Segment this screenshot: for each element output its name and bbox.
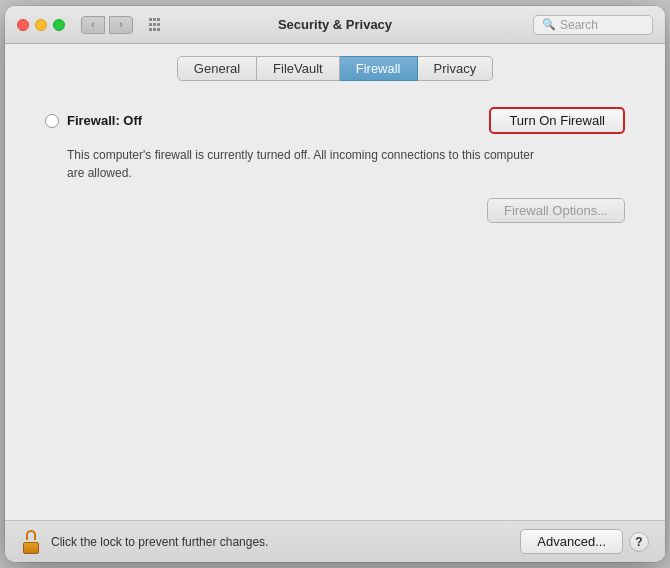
main-content: Firewall: Off Turn On Firewall This comp… (5, 91, 665, 520)
search-placeholder: Search (560, 18, 598, 32)
lock-icon[interactable] (21, 530, 41, 554)
search-icon: 🔍 (542, 18, 556, 31)
lock-text: Click the lock to prevent further change… (51, 535, 510, 549)
tab-filevault[interactable]: FileVault (257, 56, 340, 81)
bottom-right-actions: Advanced... ? (520, 529, 649, 554)
firewall-options-button[interactable]: Firewall Options... (487, 198, 625, 223)
grid-icon[interactable] (149, 18, 163, 32)
titlebar: ‹ › Security & Privacy 🔍 Search (5, 6, 665, 44)
minimize-button[interactable] (35, 19, 47, 31)
tab-general[interactable]: General (177, 56, 257, 81)
firewall-status-label: Firewall: Off (67, 113, 489, 128)
bottom-bar: Click the lock to prevent further change… (5, 520, 665, 562)
firewall-radio[interactable] (45, 114, 59, 128)
window-title: Security & Privacy (278, 17, 392, 32)
close-button[interactable] (17, 19, 29, 31)
firewall-status-row: Firewall: Off Turn On Firewall (45, 107, 625, 134)
help-button[interactable]: ? (629, 532, 649, 552)
forward-button[interactable]: › (109, 16, 133, 34)
maximize-button[interactable] (53, 19, 65, 31)
turn-on-firewall-button[interactable]: Turn On Firewall (489, 107, 625, 134)
firewall-description: This computer's firewall is currently tu… (67, 146, 547, 182)
advanced-button[interactable]: Advanced... (520, 529, 623, 554)
back-button[interactable]: ‹ (81, 16, 105, 34)
firewall-options-row: Firewall Options... (45, 198, 625, 223)
tab-firewall[interactable]: Firewall (340, 56, 418, 81)
lock-body (23, 542, 39, 554)
lock-shackle (26, 530, 36, 540)
nav-buttons: ‹ › (81, 16, 133, 34)
search-box[interactable]: 🔍 Search (533, 15, 653, 35)
traffic-lights (17, 19, 65, 31)
tab-bar: General FileVault Firewall Privacy (5, 44, 665, 91)
security-privacy-window: ‹ › Security & Privacy 🔍 Search General … (5, 6, 665, 562)
tab-privacy[interactable]: Privacy (418, 56, 494, 81)
